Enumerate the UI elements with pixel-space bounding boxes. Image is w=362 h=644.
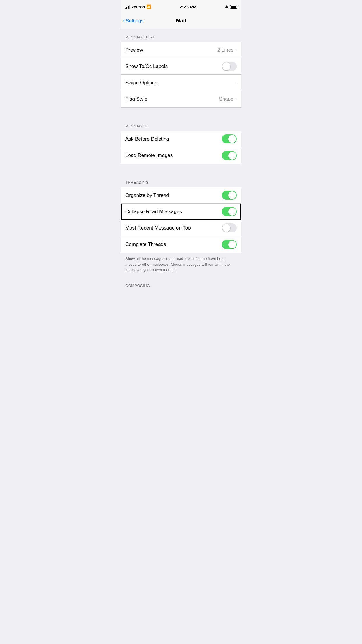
flag-style-label: Flag Style xyxy=(125,96,147,102)
preview-label: Preview xyxy=(125,47,143,53)
ask-before-deleting-row[interactable]: Ask Before Deleting xyxy=(121,131,241,147)
most-recent-on-top-toggle[interactable] xyxy=(222,223,237,232)
flag-style-value: Shape xyxy=(219,96,233,102)
most-recent-on-top-row[interactable]: Most Recent Message on Top xyxy=(121,220,241,236)
show-tocc-row[interactable]: Show To/Cc Labels xyxy=(121,58,241,75)
message-list-section-header: MESSAGE LIST xyxy=(121,29,241,42)
load-remote-images-row[interactable]: Load Remote Images xyxy=(121,147,241,164)
back-chevron-icon: ‹ xyxy=(123,18,125,24)
complete-threads-description: Show all the messages in a thread, even … xyxy=(121,253,241,278)
organize-by-thread-row[interactable]: Organize by Thread xyxy=(121,187,241,204)
messages-section-header: MESSAGES xyxy=(121,118,241,131)
load-remote-images-toggle[interactable] xyxy=(222,151,237,160)
swipe-options-chevron-icon: › xyxy=(235,80,237,85)
status-left: Verizon 📶 xyxy=(125,4,151,9)
preview-value: 2 Lines xyxy=(217,47,233,53)
carrier-label: Verizon xyxy=(131,5,145,9)
preview-row[interactable]: Preview 2 Lines › xyxy=(121,42,241,58)
signal-bars-icon xyxy=(125,5,130,9)
threading-group: Organize by Thread Collapse Read Message… xyxy=(121,187,241,253)
navigation-bar: ‹ Settings Mail xyxy=(121,13,241,29)
load-remote-images-label: Load Remote Images xyxy=(125,153,173,158)
toggle-knob xyxy=(228,241,236,249)
organize-by-thread-label: Organize by Thread xyxy=(125,192,169,198)
bluetooth-icon: ✱ xyxy=(225,5,228,9)
flag-style-chevron-icon: › xyxy=(235,97,237,102)
spacer-2 xyxy=(121,164,241,174)
back-button[interactable]: ‹ Settings xyxy=(123,18,144,24)
status-bar: Verizon 📶 2:23 PM ✱ xyxy=(121,0,241,13)
ask-before-deleting-label: Ask Before Deleting xyxy=(125,136,169,142)
swipe-options-right: › xyxy=(235,80,237,85)
spacer-1 xyxy=(121,108,241,118)
preview-right: 2 Lines › xyxy=(217,47,237,53)
toggle-knob xyxy=(228,135,236,143)
show-tocc-label: Show To/Cc Labels xyxy=(125,64,168,69)
threading-section-header: THREADING xyxy=(121,174,241,187)
ask-before-deleting-toggle[interactable] xyxy=(222,134,237,144)
preview-chevron-icon: › xyxy=(235,48,237,53)
complete-threads-toggle[interactable] xyxy=(222,240,237,249)
message-list-group: Preview 2 Lines › Show To/Cc Labels Swip… xyxy=(121,42,241,108)
toggle-knob xyxy=(228,208,236,216)
composing-section-header: COMPOSING xyxy=(121,278,241,290)
flag-style-row[interactable]: Flag Style Shape › xyxy=(121,91,241,107)
messages-group: Ask Before Deleting Load Remote Images xyxy=(121,131,241,164)
show-tocc-toggle[interactable] xyxy=(222,62,237,71)
collapse-read-messages-toggle[interactable] xyxy=(222,207,237,216)
organize-by-thread-toggle[interactable] xyxy=(222,191,237,200)
collapse-read-messages-row[interactable]: Collapse Read Messages xyxy=(121,204,241,220)
status-time: 2:23 PM xyxy=(180,4,197,9)
back-label: Settings xyxy=(126,18,143,24)
complete-threads-row[interactable]: Complete Threads xyxy=(121,236,241,253)
page-title: Mail xyxy=(176,18,186,24)
toggle-knob xyxy=(222,224,230,232)
toggle-knob xyxy=(228,191,236,199)
swipe-options-label: Swipe Options xyxy=(125,80,157,86)
swipe-options-row[interactable]: Swipe Options › xyxy=(121,75,241,91)
wifi-icon: 📶 xyxy=(146,4,151,9)
most-recent-on-top-label: Most Recent Message on Top xyxy=(125,225,191,231)
toggle-knob xyxy=(228,152,236,160)
battery-icon xyxy=(230,5,237,9)
flag-style-right: Shape › xyxy=(219,96,237,102)
status-right: ✱ xyxy=(225,5,237,9)
collapse-read-messages-label: Collapse Read Messages xyxy=(125,209,182,215)
toggle-knob xyxy=(222,62,230,70)
complete-threads-label: Complete Threads xyxy=(125,242,166,247)
